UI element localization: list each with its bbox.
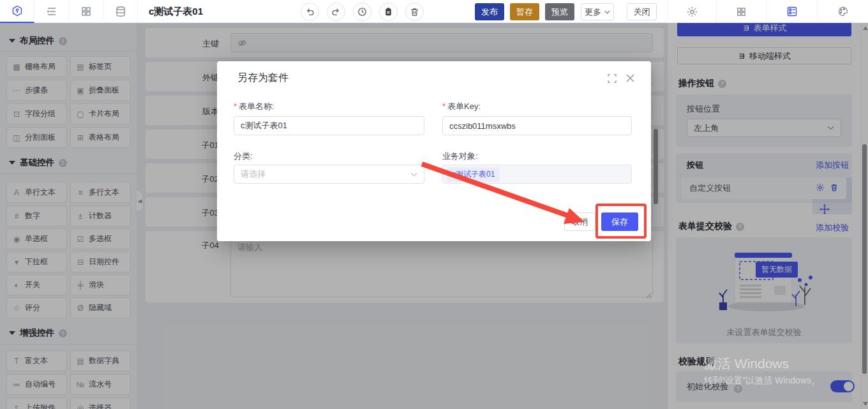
form-name-input[interactable]	[234, 116, 424, 135]
business-object-field: c测试子表01	[442, 165, 632, 184]
database-icon	[115, 6, 126, 17]
dialog-title: 另存为套件	[237, 71, 288, 85]
form-title: c测试子表01	[149, 6, 203, 18]
trash-icon	[410, 7, 419, 17]
nav-tab-designer[interactable]	[0, 0, 34, 23]
apps-tab[interactable]	[716, 0, 766, 23]
fullscreen-icon[interactable]	[608, 74, 617, 83]
preview-button[interactable]: 预览	[545, 3, 574, 20]
form-settings-icon	[786, 6, 798, 17]
form-key-label: *表单Key:	[442, 101, 481, 112]
undo-button[interactable]	[301, 3, 319, 21]
widgets-icon	[80, 6, 92, 17]
form-key-input[interactable]	[442, 116, 632, 135]
theme-tab[interactable]	[817, 0, 868, 23]
close-button[interactable]: 关闭	[627, 3, 657, 20]
apps-grid-icon	[736, 6, 747, 17]
annotation-highlight-rect	[595, 204, 647, 239]
redo-button[interactable]	[327, 3, 345, 21]
required-mark: *	[442, 101, 445, 111]
chevron-down-icon	[410, 172, 417, 177]
nav-tab-database[interactable]	[103, 0, 138, 23]
history-clock-icon	[357, 7, 367, 17]
nav-tab-outline[interactable]	[34, 0, 69, 23]
business-object-tag: c测试子表01	[447, 167, 500, 182]
stash-button[interactable]: 暂存	[510, 3, 539, 20]
redo-icon	[331, 7, 341, 17]
form-settings-tab[interactable]	[766, 0, 817, 23]
publish-button[interactable]: 发布	[475, 3, 504, 20]
select-placeholder: 请选择	[241, 168, 266, 180]
outline-icon	[46, 6, 57, 17]
gear-icon	[687, 6, 698, 17]
form-name-label: *表单名称:	[234, 101, 274, 112]
undo-icon	[305, 7, 315, 17]
clear-icon	[384, 7, 393, 17]
top-toolbar: c测试子表01 发布 暂存 预览 更多 关闭	[0, 0, 868, 23]
clear-button[interactable]	[379, 3, 398, 21]
logo-icon	[11, 5, 23, 17]
cancel-button[interactable]: 取消	[564, 212, 595, 231]
close-icon[interactable]	[625, 73, 635, 83]
chevron-down-icon	[604, 10, 610, 14]
more-button[interactable]: 更多	[581, 3, 614, 20]
required-mark: *	[234, 101, 237, 111]
category-label: 分类:	[234, 151, 253, 162]
save-as-kit-dialog: 另存为套件 *表单名称: *表单Key: 分类: 业务对象: 请选择 c测试子表…	[217, 61, 651, 241]
more-label: 更多	[585, 6, 601, 18]
category-select[interactable]: 请选择	[234, 165, 424, 184]
settings-tab[interactable]	[668, 0, 716, 23]
business-object-label: 业务对象:	[442, 151, 478, 162]
label-text: 表单名称:	[239, 101, 274, 111]
label-text: 表单Key:	[447, 101, 481, 111]
delete-button[interactable]	[405, 3, 424, 21]
history-button[interactable]	[353, 3, 371, 21]
palette-icon	[837, 6, 849, 17]
nav-tab-widgets[interactable]	[69, 0, 103, 23]
